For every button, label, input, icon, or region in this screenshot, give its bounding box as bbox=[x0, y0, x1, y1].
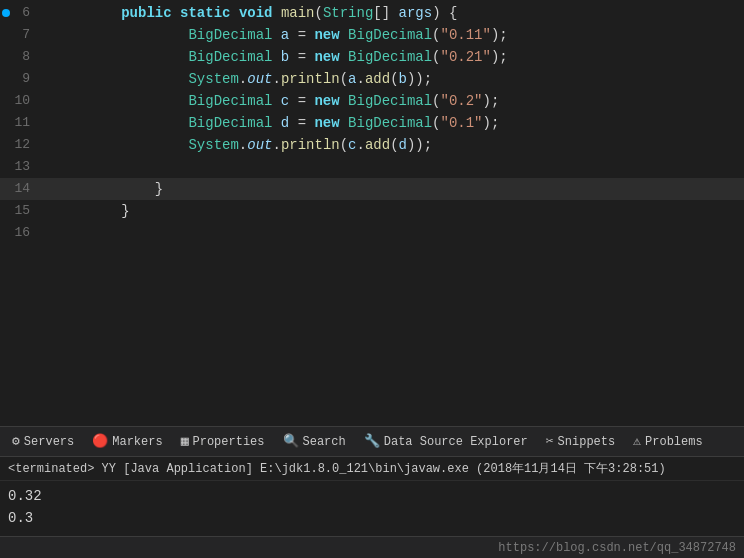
line-number-15: 15 bbox=[0, 200, 38, 222]
code-editor[interactable]: 6 public static void main(String[] args)… bbox=[0, 0, 744, 426]
tab-properties[interactable]: ▦ Properties bbox=[173, 429, 273, 455]
tab-problems-label: Problems bbox=[645, 435, 703, 449]
status-bar: https://blog.csdn.net/qq_34872748 bbox=[0, 536, 744, 558]
line-number-7: 7 bbox=[0, 24, 38, 46]
tab-datasource-label: Data Source Explorer bbox=[384, 435, 528, 449]
tab-servers[interactable]: ⚙ Servers bbox=[4, 429, 82, 455]
console-status: <terminated> YY [Java Application] E:\jd… bbox=[8, 460, 666, 477]
tab-search[interactable]: 🔍 Search bbox=[275, 429, 354, 455]
tab-servers-label: Servers bbox=[24, 435, 74, 449]
line-number-12: 12 bbox=[0, 134, 38, 156]
problems-icon: ⚠ bbox=[633, 435, 641, 448]
line-number-6: 6 bbox=[0, 2, 38, 24]
line-number-14: 14 bbox=[0, 178, 38, 200]
tab-datasource[interactable]: 🔧 Data Source Explorer bbox=[356, 429, 536, 455]
tab-search-label: Search bbox=[303, 435, 346, 449]
line-number-10: 10 bbox=[0, 90, 38, 112]
snippets-icon: ✂ bbox=[546, 435, 554, 448]
line-code-16 bbox=[38, 222, 62, 244]
console-output: 0.32 0.3 bbox=[0, 481, 744, 533]
tab-markers[interactable]: 🔴 Markers bbox=[84, 429, 170, 455]
servers-icon: ⚙ bbox=[12, 435, 20, 448]
code-line-15: 15 } bbox=[0, 200, 744, 222]
status-url: https://blog.csdn.net/qq_34872748 bbox=[498, 541, 736, 555]
tab-snippets-label: Snippets bbox=[558, 435, 616, 449]
code-content: 6 public static void main(String[] args)… bbox=[0, 0, 744, 426]
code-spacer bbox=[0, 244, 744, 426]
tab-markers-label: Markers bbox=[112, 435, 162, 449]
console-output-line-2: 0.3 bbox=[8, 507, 736, 529]
line-number-11: 11 bbox=[0, 112, 38, 134]
console-area: <terminated> YY [Java Application] E:\jd… bbox=[0, 456, 744, 536]
line-number-13: 13 bbox=[0, 156, 38, 178]
breakpoint-dot-6 bbox=[2, 9, 10, 17]
code-line-16: 16 bbox=[0, 222, 744, 244]
line-number-8: 8 bbox=[0, 46, 38, 68]
line-number-9: 9 bbox=[0, 68, 38, 90]
line-number-16: 16 bbox=[0, 222, 38, 244]
markers-icon: 🔴 bbox=[92, 435, 108, 448]
properties-icon: ▦ bbox=[181, 435, 189, 448]
bottom-tab-bar: ⚙ Servers 🔴 Markers ▦ Properties 🔍 Searc… bbox=[0, 426, 744, 456]
tab-problems[interactable]: ⚠ Problems bbox=[625, 429, 710, 455]
console-output-line-1: 0.32 bbox=[8, 485, 736, 507]
console-header: <terminated> YY [Java Application] E:\jd… bbox=[0, 457, 744, 481]
search-icon: 🔍 bbox=[283, 435, 299, 448]
tab-properties-label: Properties bbox=[193, 435, 265, 449]
code-line-12: 12 System.out.println(c.add(d)); bbox=[0, 134, 744, 156]
datasource-icon: 🔧 bbox=[364, 435, 380, 448]
tab-snippets[interactable]: ✂ Snippets bbox=[538, 429, 623, 455]
